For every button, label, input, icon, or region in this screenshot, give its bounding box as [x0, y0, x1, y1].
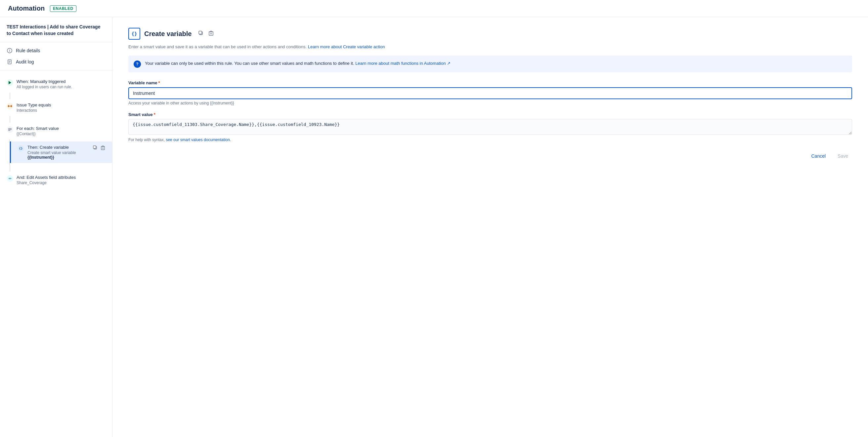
rule-details-label: Rule details — [16, 48, 40, 53]
issue-type-label: Issue Type equals — [17, 102, 105, 107]
flow-item-when[interactable]: When: Manually triggered All logged in u… — [0, 76, 112, 93]
audit-log-label: Audit log — [16, 59, 34, 64]
sidebar-nav: Rule details Audit log — [0, 42, 112, 70]
smart-value-input[interactable]: {{issue.customfield_11303.Share_Coverage… — [128, 119, 852, 135]
svg-rect-14 — [101, 146, 104, 150]
panel-title-actions — [197, 30, 215, 38]
status-badge: ENABLED — [50, 5, 76, 12]
form-actions: Cancel Save — [128, 152, 852, 161]
smart-value-docs-link[interactable]: see our smart values documentation. — [166, 137, 231, 142]
delete-button[interactable] — [100, 145, 105, 152]
app-title: Automation — [8, 5, 45, 12]
rule-title-card: TEST Interactions | Add to share Coverag… — [0, 17, 112, 42]
when-icon — [7, 79, 13, 86]
connector-2 — [9, 116, 10, 123]
panel-delete-button[interactable] — [208, 30, 215, 38]
right-panel: {} Create variable — [113, 17, 868, 437]
info-icon: ? — [134, 61, 141, 68]
flow-item-create-variable[interactable]: {} Then: Create variable Create smart va… — [10, 141, 112, 163]
flow-item-for-each[interactable]: For each: Smart value {{Contact}} — [0, 123, 112, 139]
when-sublabel: All logged in users can run rule. — [17, 85, 105, 89]
create-variable-sublabel: Create smart value variable — [27, 150, 89, 155]
svg-rect-20 — [199, 31, 202, 34]
when-label: When: Manually triggered — [17, 79, 105, 84]
panel-description: Enter a smart value and save it as a var… — [128, 44, 852, 50]
for-each-label: For each: Smart value — [17, 126, 105, 131]
sidebar: TEST Interactions | Add to share Coverag… — [0, 17, 113, 437]
variable-name-input[interactable] — [128, 87, 852, 99]
flow-item-issue-type[interactable]: Issue Type equals Interactions — [0, 99, 112, 116]
panel-copy-button[interactable] — [197, 30, 205, 38]
flow-container: When: Manually triggered All logged in u… — [0, 70, 112, 194]
panel-header: {} Create variable — [128, 28, 852, 40]
smart-value-label: Smart value * — [128, 112, 852, 117]
nested-flow: {} Then: Create variable Create smart va… — [9, 139, 112, 165]
variable-name-field-group: Variable name * Access your variable in … — [128, 80, 852, 105]
info-link[interactable]: Learn more about math functions in Autom… — [355, 61, 451, 66]
smart-value-hint: For help with syntax, see our smart valu… — [128, 137, 852, 142]
sidebar-item-audit-log[interactable]: Audit log — [0, 56, 112, 67]
create-variable-icon: {} — [18, 145, 24, 152]
variable-name-hint: Access your variable in other actions by… — [128, 101, 852, 105]
required-star: * — [158, 80, 160, 85]
file-lines-icon — [7, 59, 12, 65]
smart-value-required-star: * — [154, 112, 155, 117]
for-each-sublabel: {{Contact}} — [17, 132, 105, 136]
rule-title: TEST Interactions | Add to share Coverag… — [7, 24, 105, 37]
flow-item-edit-assets[interactable]: ✏ And: Edit Assets field attributes Shar… — [0, 172, 112, 189]
cancel-button[interactable]: Cancel — [807, 152, 830, 161]
info-text: Your variable can only be used within th… — [145, 60, 451, 67]
panel-title: Create variable — [144, 30, 191, 38]
edit-assets-icon: ✏ — [7, 175, 13, 182]
sidebar-item-rule-details[interactable]: Rule details — [0, 45, 112, 56]
for-each-icon — [7, 126, 13, 133]
panel-icon: {} — [128, 28, 140, 40]
svg-marker-7 — [9, 81, 11, 84]
main-layout: TEST Interactions | Add to share Coverag… — [0, 17, 868, 437]
svg-point-2 — [9, 49, 10, 50]
create-variable-sublabel-bold: {{Instrument}} — [27, 155, 89, 160]
connector-3 — [9, 165, 10, 172]
svg-rect-21 — [209, 32, 213, 35]
save-button[interactable]: Save — [834, 152, 852, 161]
edit-assets-label: And: Edit Assets field attributes — [17, 175, 105, 180]
svg-rect-13 — [93, 146, 96, 148]
copy-button[interactable] — [92, 145, 98, 152]
svg-rect-1 — [9, 50, 10, 52]
issue-type-icon — [7, 103, 13, 109]
circle-info-icon — [7, 47, 12, 54]
edit-assets-sublabel: Share_Coverage — [17, 180, 105, 185]
issue-type-sublabel: Interactions — [17, 108, 105, 113]
info-box: ? Your variable can only be used within … — [128, 56, 852, 72]
create-variable-label: Then: Create variable — [27, 145, 89, 150]
smart-value-field-group: Smart value * {{issue.customfield_11303.… — [128, 112, 852, 142]
description-link[interactable]: Learn more about Create variable action — [308, 44, 385, 49]
connector-1 — [9, 93, 10, 99]
variable-name-label: Variable name * — [128, 80, 852, 85]
top-header: Automation ENABLED — [0, 0, 868, 17]
